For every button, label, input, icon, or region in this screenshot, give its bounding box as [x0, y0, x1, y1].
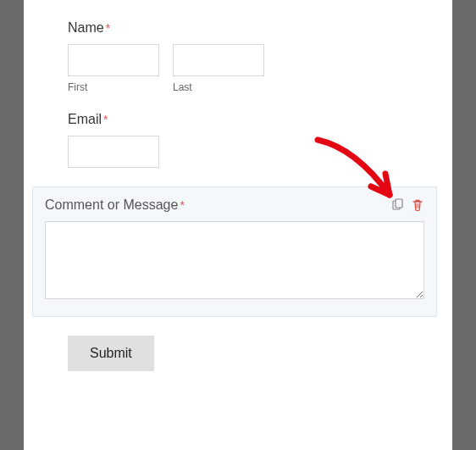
email-input[interactable]: [68, 136, 159, 168]
last-name-sublabel: Last: [173, 81, 264, 93]
duplicate-icon[interactable]: [390, 198, 404, 212]
submit-button[interactable]: Submit: [68, 336, 154, 371]
first-name-sublabel: First: [68, 81, 159, 93]
form-panel: Name* First Last Email* Comment or Messa…: [24, 0, 452, 450]
name-label: Name*: [68, 20, 437, 36]
svg-rect-1: [396, 199, 402, 208]
email-field-group: Email*: [68, 112, 437, 168]
name-label-text: Name: [68, 20, 104, 35]
required-mark: *: [103, 113, 108, 126]
first-name-col: First: [68, 44, 159, 93]
required-mark: *: [180, 198, 184, 212]
comment-field-block[interactable]: Comment or Message*: [32, 186, 437, 317]
name-inputs-row: First Last: [68, 44, 437, 93]
trash-icon[interactable]: [411, 198, 424, 212]
last-name-col: Last: [173, 44, 264, 93]
name-field-group: Name* First Last: [68, 20, 437, 93]
required-mark: *: [106, 21, 110, 35]
first-name-input[interactable]: [68, 44, 159, 76]
comment-header: Comment or Message*: [45, 197, 424, 213]
email-label-text: Email: [68, 112, 102, 126]
comment-label-text: Comment or Message: [45, 197, 178, 212]
comment-actions: [390, 198, 424, 212]
last-name-input[interactable]: [173, 44, 264, 76]
comment-label: Comment or Message*: [45, 197, 185, 213]
email-label: Email*: [68, 112, 437, 127]
comment-textarea[interactable]: [45, 221, 424, 299]
